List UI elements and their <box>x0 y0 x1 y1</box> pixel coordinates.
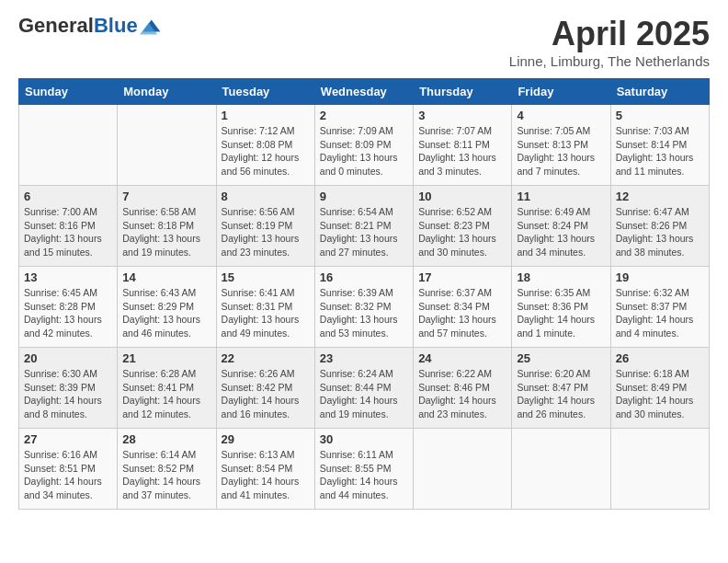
day-info: Sunrise: 7:12 AM Sunset: 8:08 PM Dayligh… <box>222 124 310 178</box>
calendar-day-header: Saturday <box>610 79 709 105</box>
calendar-cell: 2Sunrise: 7:09 AM Sunset: 8:09 PM Daylig… <box>314 105 413 186</box>
calendar-table: SundayMondayTuesdayWednesdayThursdayFrid… <box>18 78 710 510</box>
day-number: 25 <box>517 351 605 365</box>
title-block: April 2025 Linne, Limburg, The Netherlan… <box>509 15 710 69</box>
calendar-cell: 13Sunrise: 6:45 AM Sunset: 8:28 PM Dayli… <box>19 267 118 348</box>
day-info: Sunrise: 6:39 AM Sunset: 8:32 PM Dayligh… <box>320 286 408 340</box>
calendar-cell: 16Sunrise: 6:39 AM Sunset: 8:32 PM Dayli… <box>314 267 413 348</box>
day-number: 10 <box>418 190 506 203</box>
calendar-cell: 23Sunrise: 6:24 AM Sunset: 8:44 PM Dayli… <box>314 348 413 429</box>
day-info: Sunrise: 6:24 AM Sunset: 8:44 PM Dayligh… <box>320 367 408 421</box>
logo-icon <box>140 15 162 37</box>
calendar-cell: 20Sunrise: 6:30 AM Sunset: 8:39 PM Dayli… <box>19 348 118 429</box>
day-number: 15 <box>222 270 310 284</box>
calendar-cell: 11Sunrise: 6:49 AM Sunset: 8:24 PM Dayli… <box>512 186 610 267</box>
day-number: 4 <box>517 109 605 122</box>
day-number: 1 <box>222 109 310 122</box>
calendar-header-row: SundayMondayTuesdayWednesdayThursdayFrid… <box>19 79 710 105</box>
day-number: 5 <box>616 109 704 122</box>
day-info: Sunrise: 6:41 AM Sunset: 8:31 PM Dayligh… <box>222 286 310 340</box>
day-number: 8 <box>222 190 310 203</box>
day-info: Sunrise: 6:54 AM Sunset: 8:21 PM Dayligh… <box>320 205 408 259</box>
day-number: 26 <box>616 351 704 365</box>
logo-general-text: General <box>18 14 94 37</box>
day-number: 24 <box>418 351 506 365</box>
calendar-cell: 12Sunrise: 6:47 AM Sunset: 8:26 PM Dayli… <box>610 186 709 267</box>
calendar-day-header: Sunday <box>19 79 118 105</box>
day-number: 14 <box>122 270 210 284</box>
calendar-cell: 5Sunrise: 7:03 AM Sunset: 8:14 PM Daylig… <box>610 105 709 186</box>
day-info: Sunrise: 6:45 AM Sunset: 8:28 PM Dayligh… <box>24 286 112 340</box>
day-info: Sunrise: 6:43 AM Sunset: 8:29 PM Dayligh… <box>122 286 210 340</box>
day-info: Sunrise: 6:32 AM Sunset: 8:37 PM Dayligh… <box>616 286 704 340</box>
calendar-cell: 26Sunrise: 6:18 AM Sunset: 8:49 PM Dayli… <box>610 348 709 429</box>
day-number: 27 <box>24 432 112 446</box>
day-number: 22 <box>222 351 310 365</box>
day-number: 16 <box>320 270 408 284</box>
day-number: 12 <box>616 190 704 203</box>
calendar-cell: 8Sunrise: 6:56 AM Sunset: 8:19 PM Daylig… <box>216 186 314 267</box>
day-info: Sunrise: 7:09 AM Sunset: 8:09 PM Dayligh… <box>320 124 408 178</box>
day-info: Sunrise: 6:37 AM Sunset: 8:34 PM Dayligh… <box>418 286 506 340</box>
calendar-cell: 17Sunrise: 6:37 AM Sunset: 8:34 PM Dayli… <box>414 267 512 348</box>
day-info: Sunrise: 6:16 AM Sunset: 8:51 PM Dayligh… <box>24 448 112 502</box>
calendar-cell: 30Sunrise: 6:11 AM Sunset: 8:55 PM Dayli… <box>314 429 413 510</box>
calendar-cell: 29Sunrise: 6:13 AM Sunset: 8:54 PM Dayli… <box>216 429 314 510</box>
day-info: Sunrise: 6:14 AM Sunset: 8:52 PM Dayligh… <box>122 448 210 502</box>
day-number: 13 <box>24 270 112 284</box>
day-number: 6 <box>24 190 112 203</box>
logo: GeneralBlue <box>18 15 162 37</box>
calendar-cell: 10Sunrise: 6:52 AM Sunset: 8:23 PM Dayli… <box>414 186 512 267</box>
calendar-cell: 24Sunrise: 6:22 AM Sunset: 8:46 PM Dayli… <box>414 348 512 429</box>
day-number: 2 <box>320 109 408 122</box>
day-info: Sunrise: 6:13 AM Sunset: 8:54 PM Dayligh… <box>222 448 310 502</box>
day-number: 30 <box>320 432 408 446</box>
calendar-cell: 22Sunrise: 6:26 AM Sunset: 8:42 PM Dayli… <box>216 348 314 429</box>
day-info: Sunrise: 7:03 AM Sunset: 8:14 PM Dayligh… <box>616 124 704 178</box>
calendar-cell: 27Sunrise: 6:16 AM Sunset: 8:51 PM Dayli… <box>19 429 118 510</box>
day-number: 28 <box>122 432 210 446</box>
calendar-cell <box>610 429 709 510</box>
day-number: 23 <box>320 351 408 365</box>
day-info: Sunrise: 6:35 AM Sunset: 8:36 PM Dayligh… <box>517 286 605 340</box>
calendar-cell: 1Sunrise: 7:12 AM Sunset: 8:08 PM Daylig… <box>216 105 314 186</box>
calendar-week-row: 1Sunrise: 7:12 AM Sunset: 8:08 PM Daylig… <box>19 105 710 186</box>
day-info: Sunrise: 6:52 AM Sunset: 8:23 PM Dayligh… <box>418 205 506 259</box>
calendar-day-header: Wednesday <box>314 79 413 105</box>
calendar-cell: 28Sunrise: 6:14 AM Sunset: 8:52 PM Dayli… <box>118 429 216 510</box>
day-info: Sunrise: 6:47 AM Sunset: 8:26 PM Dayligh… <box>616 205 704 259</box>
day-info: Sunrise: 7:00 AM Sunset: 8:16 PM Dayligh… <box>24 205 112 259</box>
calendar-day-header: Monday <box>118 79 216 105</box>
calendar-cell: 3Sunrise: 7:07 AM Sunset: 8:11 PM Daylig… <box>414 105 512 186</box>
calendar-cell: 21Sunrise: 6:28 AM Sunset: 8:41 PM Dayli… <box>118 348 216 429</box>
day-info: Sunrise: 7:05 AM Sunset: 8:13 PM Dayligh… <box>517 124 605 178</box>
calendar-cell: 18Sunrise: 6:35 AM Sunset: 8:36 PM Dayli… <box>512 267 610 348</box>
subtitle: Linne, Limburg, The Netherlands <box>509 53 710 69</box>
day-info: Sunrise: 6:20 AM Sunset: 8:47 PM Dayligh… <box>517 367 605 421</box>
day-number: 17 <box>418 270 506 284</box>
day-number: 19 <box>616 270 704 284</box>
calendar-cell: 9Sunrise: 6:54 AM Sunset: 8:21 PM Daylig… <box>314 186 413 267</box>
day-info: Sunrise: 6:56 AM Sunset: 8:19 PM Dayligh… <box>222 205 310 259</box>
calendar-cell: 19Sunrise: 6:32 AM Sunset: 8:37 PM Dayli… <box>610 267 709 348</box>
day-number: 20 <box>24 351 112 365</box>
day-info: Sunrise: 6:58 AM Sunset: 8:18 PM Dayligh… <box>122 205 210 259</box>
day-number: 11 <box>517 190 605 203</box>
day-info: Sunrise: 6:49 AM Sunset: 8:24 PM Dayligh… <box>517 205 605 259</box>
calendar-cell: 15Sunrise: 6:41 AM Sunset: 8:31 PM Dayli… <box>216 267 314 348</box>
day-number: 7 <box>122 190 210 203</box>
calendar-cell: 4Sunrise: 7:05 AM Sunset: 8:13 PM Daylig… <box>512 105 610 186</box>
day-info: Sunrise: 6:22 AM Sunset: 8:46 PM Dayligh… <box>418 367 506 421</box>
calendar-cell: 14Sunrise: 6:43 AM Sunset: 8:29 PM Dayli… <box>118 267 216 348</box>
day-number: 21 <box>122 351 210 365</box>
calendar-week-row: 6Sunrise: 7:00 AM Sunset: 8:16 PM Daylig… <box>19 186 710 267</box>
calendar-cell: 6Sunrise: 7:00 AM Sunset: 8:16 PM Daylig… <box>19 186 118 267</box>
day-number: 9 <box>320 190 408 203</box>
calendar-cell: 7Sunrise: 6:58 AM Sunset: 8:18 PM Daylig… <box>118 186 216 267</box>
calendar-cell <box>414 429 512 510</box>
day-number: 18 <box>517 270 605 284</box>
calendar-week-row: 27Sunrise: 6:16 AM Sunset: 8:51 PM Dayli… <box>19 429 710 510</box>
day-info: Sunrise: 6:28 AM Sunset: 8:41 PM Dayligh… <box>122 367 210 421</box>
calendar-day-header: Friday <box>512 79 610 105</box>
day-info: Sunrise: 7:07 AM Sunset: 8:11 PM Dayligh… <box>418 124 506 178</box>
